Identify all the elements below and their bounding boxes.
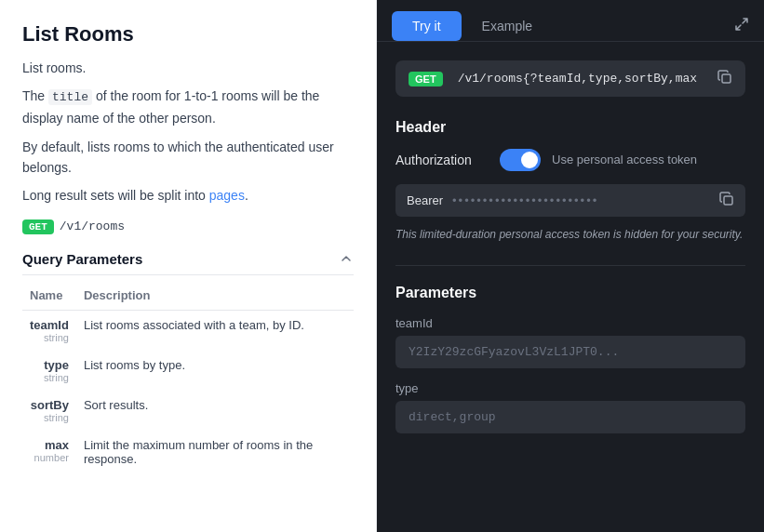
params-section-title: Parameters	[395, 285, 745, 301]
param-type-sortby: string	[30, 412, 69, 423]
header-section: Header Authorization Use personal access…	[395, 119, 745, 243]
col-description: Description	[76, 283, 354, 311]
param-name-teamid: teamId string	[22, 310, 76, 351]
divider	[395, 265, 745, 266]
auth-toggle[interactable]	[500, 149, 541, 171]
param-desc-type: List rooms by type.	[76, 351, 354, 391]
bearer-label: Bearer	[407, 193, 443, 207]
params-section: Parameters teamId type	[395, 285, 745, 433]
param-desc-sortby: Sort results.	[76, 391, 354, 431]
description: List rooms. The title of the room for 1-…	[22, 58, 354, 206]
bearer-dots: ••••••••••••••••••••••••	[452, 193, 710, 207]
table-row: sortBy string Sort results.	[22, 391, 354, 431]
desc-line-2: The title of the room for 1-to-1 rooms w…	[22, 86, 354, 128]
param-desc-teamid: List rooms associated with a team, by ID…	[76, 310, 354, 351]
param-name-sortby: sortBy string	[22, 391, 76, 431]
pages-link[interactable]: pages	[209, 188, 245, 203]
security-note: This limited-duration personal access to…	[395, 226, 745, 243]
query-params-title: Query Parameters	[22, 251, 142, 267]
param-input-type: type	[395, 381, 745, 433]
svg-rect-1	[724, 196, 732, 205]
col-name: Name	[22, 283, 76, 311]
tab-try-it[interactable]: Try it	[392, 11, 462, 41]
table-row: type string List rooms by type.	[22, 351, 354, 391]
bearer-row: Bearer ••••••••••••••••••••••••	[395, 184, 745, 217]
params-table: Name Description teamId string List room…	[22, 283, 354, 473]
param-type-max: number	[30, 452, 69, 463]
param-input-label-teamid: teamId	[395, 316, 745, 330]
right-content: GET /v1/rooms{?teamId,type,sortBy,max He…	[377, 42, 764, 465]
endpoint-row: GET /v1/rooms	[22, 219, 354, 234]
url-method-badge: GET	[409, 72, 443, 86]
endpoint-text: /v1/rooms	[60, 219, 125, 233]
url-bar: GET /v1/rooms{?teamId,type,sortBy,max	[395, 60, 745, 97]
url-text: /v1/rooms{?teamId,type,sortBy,max	[458, 72, 708, 86]
copy-bearer-icon[interactable]	[719, 192, 734, 209]
auth-row: Authorization Use personal access token	[395, 149, 745, 171]
teamid-input[interactable]	[395, 336, 745, 368]
auth-label: Authorization	[395, 153, 489, 167]
desc-line-4: Long result sets will be split into page…	[22, 185, 354, 206]
tab-example[interactable]: Example	[462, 11, 553, 41]
right-panel: Try it Example GET /v1/rooms{?teamId,typ…	[377, 0, 764, 532]
desc-line-3: By default, lists rooms to which the aut…	[22, 137, 354, 179]
copy-url-icon[interactable]	[717, 70, 732, 87]
param-desc-max: Limit the maximum number of rooms in the…	[76, 431, 354, 473]
method-badge: GET	[22, 219, 54, 234]
type-input[interactable]	[395, 401, 745, 433]
page-title: List Rooms	[22, 22, 354, 47]
tab-bar: Try it Example	[377, 0, 764, 42]
chevron-up-icon[interactable]	[339, 251, 354, 266]
param-name-type: type string	[22, 351, 76, 391]
param-input-teamid: teamId	[395, 316, 745, 368]
auth-desc: Use personal access token	[552, 152, 697, 168]
header-section-title: Header	[395, 119, 745, 136]
table-row: teamId string List rooms associated with…	[22, 310, 354, 351]
svg-rect-0	[722, 74, 730, 83]
left-panel: List Rooms List rooms. The title of the …	[0, 0, 377, 532]
desc-line-1: List rooms.	[22, 58, 354, 78]
table-row: max number Limit the maximum number of r…	[22, 431, 354, 473]
query-params-header: Query Parameters	[22, 251, 354, 275]
param-input-label-type: type	[395, 381, 745, 395]
param-name-max: max number	[22, 431, 76, 473]
param-type-type: string	[30, 372, 69, 383]
expand-icon[interactable]	[734, 17, 749, 35]
param-type-teamid: string	[30, 332, 69, 343]
